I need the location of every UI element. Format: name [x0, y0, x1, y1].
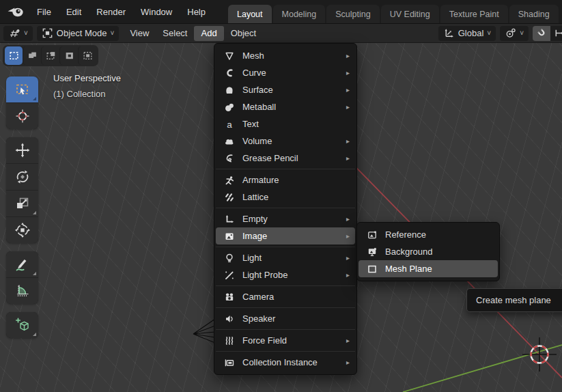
menu-item-label: Mesh Plane — [385, 264, 492, 274]
image-submenu-item-reference[interactable]: Reference — [359, 226, 498, 243]
pivot-point-icon — [505, 27, 516, 39]
object-mode-icon — [42, 27, 53, 39]
image-submenu-item-background[interactable]: Background — [359, 243, 498, 260]
snap-toggle-button[interactable] — [533, 26, 550, 41]
orientation-value: Global — [458, 28, 484, 38]
add-menu-item-curve[interactable]: Curve ▸ — [216, 64, 355, 81]
tool-annotate-button[interactable] — [6, 251, 38, 277]
select-mode-set-button[interactable] — [5, 46, 23, 65]
tab-sculpting[interactable]: Sculpting — [326, 5, 379, 23]
menu-file[interactable]: File — [29, 0, 59, 23]
menu-item-label: Light — [242, 253, 339, 263]
blender-logo-icon[interactable] — [7, 5, 25, 18]
chevron-down-icon: ˅ — [487, 30, 491, 37]
select-mode-intersect-button[interactable] — [78, 46, 96, 65]
menu-item-label: Armature — [242, 175, 350, 185]
menu-item-label: Background — [385, 247, 492, 257]
select-mode-subtract-button[interactable] — [41, 46, 59, 65]
add-menu-item-surface[interactable]: Surface ▸ — [216, 81, 355, 98]
tool-add-cube-button[interactable] — [6, 312, 38, 338]
add-menu-item-light[interactable]: Light ▸ — [216, 249, 355, 266]
submenu-arrow-icon: ▸ — [346, 69, 350, 76]
workspace-tabs: Layout Modeling Sculpting UV Editing Tex… — [228, 0, 559, 23]
view-perspective-label: User Perspective — [53, 73, 121, 83]
toolbar — [6, 76, 38, 346]
add-menu-item-mesh[interactable]: Mesh ▸ — [216, 47, 355, 64]
menu-window[interactable]: Window — [133, 0, 180, 23]
transform-icon — [14, 222, 31, 238]
menu-item-label: Mesh — [242, 51, 339, 61]
curve-icon — [223, 68, 235, 79]
select-difference-icon — [64, 51, 74, 61]
add-menu-item-lattice[interactable]: Lattice — [216, 188, 355, 206]
snap-button-group — [533, 26, 562, 41]
active-collection-label: (1) Collection — [53, 89, 106, 99]
add-menu-item-volume[interactable]: Volume ▸ — [216, 132, 355, 150]
tool-measure-button[interactable] — [6, 278, 38, 304]
submenu-arrow-icon: ▸ — [346, 232, 350, 240]
transform-orientation-dropdown[interactable]: Global ˅ — [438, 26, 496, 41]
tab-uv-editing[interactable]: UV Editing — [381, 5, 439, 23]
tab-shading[interactable]: Shading — [509, 5, 559, 23]
menu-render[interactable]: Render — [89, 0, 133, 23]
add-menu-item-camera[interactable]: Camera — [216, 288, 355, 305]
header-menu-view[interactable]: View — [123, 26, 156, 41]
tool-move-button[interactable] — [6, 137, 38, 163]
menu-item-label: Camera — [242, 292, 350, 302]
add-menu-item-text[interactable]: a Text — [216, 115, 355, 132]
mode-dropdown-value: Object Mode — [57, 28, 107, 38]
menu-item-label: Reference — [385, 229, 492, 240]
tab-texture-paint[interactable]: Texture Paint — [440, 5, 508, 23]
add-menu-item-image[interactable]: Image ▸ — [216, 227, 355, 244]
header-menu-object[interactable]: Object — [224, 26, 264, 41]
tab-modeling[interactable]: Modeling — [273, 5, 326, 23]
add-menu-item-grease-pencil[interactable]: Grease Pencil ▸ — [216, 150, 355, 167]
header-menu-add[interactable]: Add — [194, 26, 223, 41]
snap-target-button[interactable] — [550, 26, 562, 41]
add-menu-item-armature[interactable]: Armature — [216, 171, 355, 188]
chevron-down-icon: ˅ — [520, 30, 524, 37]
tool-rotate-button[interactable] — [6, 164, 38, 190]
menu-item-label: Empty — [242, 214, 339, 224]
force-field-icon — [223, 335, 235, 346]
menu-item-label: Collection Instance — [242, 357, 339, 367]
tool-cursor-button[interactable] — [6, 103, 38, 129]
header-right-controls: Global ˅ ˅ — [438, 26, 559, 41]
snap-target-icon — [554, 27, 562, 39]
toolbar-group-transform — [6, 137, 38, 243]
pivot-point-dropdown[interactable]: ˅ — [500, 26, 529, 41]
tool-scale-button[interactable] — [6, 191, 38, 216]
add-menu-item-force-field[interactable]: Force Field ▸ — [216, 332, 355, 349]
select-extend-icon — [27, 51, 38, 61]
add-menu-item-empty[interactable]: Empty ▸ — [216, 210, 355, 227]
add-menu: Mesh ▸ Curve ▸ Surface ▸ Metaball ▸ a Te… — [214, 43, 357, 375]
submenu-arrow-icon: ▸ — [346, 215, 350, 223]
tooltip: Create mesh plane — [466, 288, 562, 312]
submenu-arrow-icon: ▸ — [346, 86, 350, 94]
tool-select-box-button[interactable] — [6, 76, 38, 102]
tab-layout[interactable]: Layout — [228, 5, 272, 23]
editor-type-button[interactable]: ˅ — [3, 26, 33, 41]
image-submenu-item-mesh-plane[interactable]: Mesh Plane — [359, 260, 498, 277]
header-menu-select[interactable]: Select — [156, 26, 194, 41]
select-mode-extend-button[interactable] — [23, 46, 41, 65]
add-menu-item-speaker[interactable]: Speaker — [216, 310, 355, 327]
select-box-icon — [14, 81, 31, 98]
add-cube-icon — [14, 317, 31, 333]
volume-icon — [223, 136, 235, 147]
select-mode-difference-button[interactable] — [59, 46, 78, 65]
menu-edit[interactable]: Edit — [59, 0, 89, 23]
submenu-arrow-icon: ▸ — [346, 359, 350, 366]
image-icon — [223, 231, 235, 242]
mode-dropdown[interactable]: Object Mode ˅ — [37, 26, 120, 41]
menu-help[interactable]: Help — [180, 0, 213, 23]
tool-transform-button[interactable] — [6, 217, 38, 243]
add-menu-item-metaball[interactable]: Metaball ▸ — [216, 98, 355, 115]
menu-separator — [216, 285, 355, 286]
add-menu-item-light-probe[interactable]: Light Probe ▸ — [216, 266, 355, 283]
scale-icon — [14, 195, 31, 212]
viewport-header: ˅ Object Mode ˅ View Select Add Object G… — [0, 24, 562, 43]
toolbar-group-select — [6, 76, 38, 129]
add-menu-item-collection-instance[interactable]: Collection Instance ▸ — [216, 354, 355, 371]
submenu-arrow-icon: ▸ — [346, 52, 350, 59]
